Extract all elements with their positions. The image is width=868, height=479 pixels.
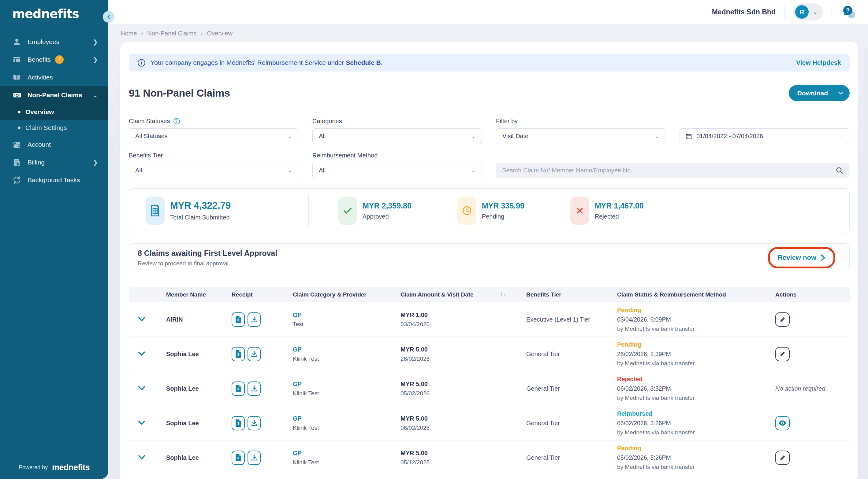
- chevron-down-icon: ⌄: [93, 92, 98, 99]
- download-receipt-button[interactable]: [248, 381, 261, 396]
- view-receipt-button[interactable]: $: [231, 451, 245, 465]
- sidebar-footer: Powered by mednefits: [0, 463, 108, 472]
- help-button[interactable]: ?: [840, 4, 856, 20]
- filter-date-range: 01/04/2022 - 07/04/2026: [680, 128, 849, 144]
- filter-benefits-tier: Benefits Tier All ⌄: [129, 152, 298, 178]
- view-receipt-button[interactable]: $: [231, 347, 245, 361]
- view-claim-button[interactable]: [775, 416, 790, 431]
- page-header: 91 Non-Panel Claims Download: [129, 85, 850, 101]
- sidebar: mednefits Employees ❯ Benefits ! ❯: [0, 0, 108, 479]
- view-receipt-button[interactable]: $: [231, 416, 245, 431]
- stat-pending: MYR 335.99 Pending: [457, 197, 524, 225]
- sidebar-active-group: Non-Panel Claims ⌄ Overview: [0, 86, 108, 120]
- sidebar-nav: Employees ❯ Benefits ! ❯ Activities: [0, 33, 108, 189]
- review-now-link[interactable]: Review now: [778, 254, 826, 262]
- table-row: Sophia Lee $ GPKlinik Test MYR 5.0005/02…: [129, 371, 850, 406]
- filters: Claim Statuses All Statuses ⌄ Categories…: [129, 118, 850, 178]
- view-receipt-button[interactable]: $: [231, 312, 245, 327]
- chevron-down-icon: ⌄: [813, 8, 817, 15]
- benefits-tier-select[interactable]: All ⌄: [129, 163, 298, 178]
- content-card: Your company engages in Mednefits' Reimb…: [120, 42, 858, 479]
- breadcrumb-home[interactable]: Home: [121, 30, 137, 37]
- download-button[interactable]: Download: [789, 85, 850, 101]
- sidebar-collapse-button[interactable]: [103, 11, 115, 23]
- mednefits-footer-logo: mednefits: [52, 463, 90, 472]
- stat-rejected: MYR 1,467.00 Rejected: [570, 197, 644, 225]
- sidebar-item-account[interactable]: Account: [0, 136, 108, 153]
- divider: [784, 5, 784, 18]
- account-menu-button[interactable]: R ⌄: [793, 3, 823, 21]
- calendar-icon: [685, 133, 692, 140]
- expand-row-button[interactable]: [138, 455, 145, 460]
- table-row: Sophia Lee $ GPKlinik Test MYR 5.0005/12…: [129, 441, 850, 475]
- table-row: Sophia Lee $ GPKlinik Test MYR 5.0026/02…: [129, 337, 850, 371]
- chevron-down-icon: ⌄: [655, 133, 659, 139]
- filter-claim-statuses: Claim Statuses All Statuses ⌄: [129, 118, 298, 144]
- scrollbar[interactable]: [864, 48, 868, 479]
- expand-row-button[interactable]: [138, 421, 145, 425]
- download-receipt-button[interactable]: [248, 416, 261, 431]
- bullet-icon: [18, 127, 21, 129]
- divider: [832, 5, 832, 18]
- chevron-down-icon: ⌄: [288, 168, 292, 173]
- cash-icon: [12, 91, 24, 100]
- expand-row-button[interactable]: [138, 386, 145, 391]
- claims-summary-card: MYR 4,322.79 Total Claim Submitted MYR 2…: [129, 188, 850, 233]
- svg-text:?: ?: [846, 7, 850, 14]
- svg-text:$: $: [237, 318, 239, 321]
- sidebar-item-activities[interactable]: Activities: [0, 68, 108, 86]
- svg-text:$: $: [237, 421, 239, 425]
- info-icon[interactable]: [173, 118, 180, 125]
- view-helpdesk-link[interactable]: View Helpdesk: [796, 59, 841, 66]
- edit-claim-button[interactable]: [775, 312, 790, 327]
- alert-badge: !: [55, 55, 64, 64]
- sidebar-item-benefits[interactable]: Benefits ! ❯: [0, 51, 108, 68]
- topbar: Mednefits Sdn Bhd R ⌄ ?: [108, 0, 868, 24]
- chevron-right-icon: [820, 254, 826, 261]
- expand-row-button[interactable]: [138, 351, 145, 356]
- cross-icon: [570, 197, 589, 225]
- search-input[interactable]: [496, 163, 849, 178]
- sort-buttons[interactable]: ↑↓: [500, 292, 515, 298]
- sidebar-item-overview[interactable]: Overview: [0, 104, 108, 120]
- date-range-field[interactable]: 01/04/2022 - 07/04/2026: [680, 128, 849, 144]
- app-root: mednefits Employees ❯ Benefits ! ❯: [0, 0, 868, 479]
- filter-by-select[interactable]: Visit Date ⌄: [496, 128, 665, 144]
- toggles-icon: [12, 140, 24, 149]
- sidebar-item-background-tasks[interactable]: Background Tasks: [0, 171, 108, 189]
- book-icon: [12, 73, 24, 82]
- claim-statuses-select[interactable]: All Statuses ⌄: [129, 128, 298, 144]
- categories-select[interactable]: All ⌄: [312, 128, 482, 144]
- main-content: Home › Non-Panel Claims › Overview Your …: [108, 24, 868, 479]
- stat-total-claim-submitted: MYR 4,322.79 Total Claim Submitted: [146, 197, 291, 225]
- sidebar-item-billing[interactable]: $ Billing ❯: [0, 153, 108, 171]
- view-receipt-button[interactable]: $: [231, 381, 245, 396]
- svg-text:$: $: [17, 163, 18, 165]
- person-icon: [12, 37, 24, 46]
- no-action-label: No action required: [775, 385, 825, 392]
- reimbursement-method-select[interactable]: All ⌄: [312, 163, 482, 178]
- edit-claim-button[interactable]: [775, 347, 790, 361]
- search-icon[interactable]: [835, 166, 843, 175]
- clock-icon: [457, 197, 476, 225]
- filter-by: Filter by Visit Date ⌄: [496, 118, 665, 144]
- sidebar-item-non-panel-claims[interactable]: Non-Panel Claims ⌄: [0, 86, 108, 104]
- download-receipt-button[interactable]: [248, 451, 261, 465]
- approval-title: 8 Claims awaiting First Level Approval: [138, 249, 277, 258]
- download-receipt-button[interactable]: [248, 347, 261, 361]
- expand-row-button[interactable]: [138, 317, 145, 322]
- approval-subtitle: Review to proceed to final approval.: [138, 260, 277, 267]
- sidebar-item-claim-settings[interactable]: Claim Settings: [0, 120, 108, 136]
- stat-approved: MYR 2,359.80 Approved: [338, 197, 411, 225]
- chevron-right-icon: ›: [141, 30, 143, 37]
- breadcrumb-current: Overview: [207, 30, 232, 37]
- sidebar-item-employees[interactable]: Employees ❯: [0, 33, 108, 51]
- svg-text:$: $: [237, 387, 239, 391]
- chevron-down-icon: ⌄: [471, 133, 475, 139]
- approval-banner: 8 Claims awaiting First Level Approval R…: [129, 243, 850, 272]
- edit-claim-button[interactable]: [775, 451, 790, 465]
- download-receipt-button[interactable]: [248, 312, 261, 327]
- benefits-grid-icon: [12, 55, 24, 64]
- breadcrumb: Home › Non-Panel Claims › Overview: [108, 24, 868, 37]
- breadcrumb-section[interactable]: Non-Panel Claims: [147, 30, 196, 37]
